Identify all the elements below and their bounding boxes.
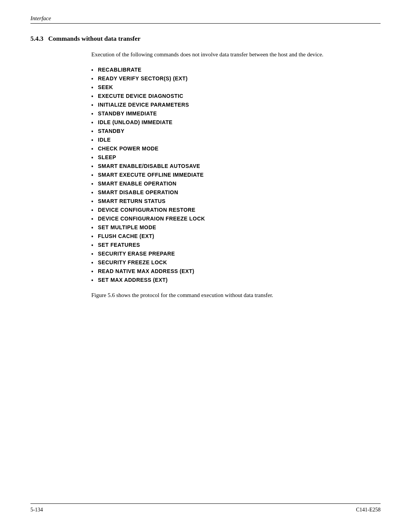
list-item-text: SET FEATURES — [98, 242, 140, 248]
list-item-text: CHECK POWER MODE — [98, 145, 158, 152]
list-item-text: INITIALIZE DEVICE PARAMETERS — [98, 102, 189, 108]
section-heading: Commands without data transfer — [48, 35, 140, 42]
list-item-text: SMART ENABLE OPERATION — [98, 181, 177, 187]
list-item-text: SECURITY ERASE PREPARE — [98, 251, 175, 257]
list-item: DEVICE CONFIGURATION RESTORE — [91, 207, 381, 213]
intro-paragraph: Execution of the following commands does… — [91, 50, 381, 59]
list-item-text: SMART DISABLE OPERATION — [98, 189, 178, 195]
footer-page-number: 5-134 — [30, 507, 43, 513]
header-title: Interface — [30, 15, 51, 22]
list-item: EXECUTE DEVICE DIAGNOSTIC — [91, 93, 381, 99]
figure-caption: Figure 5.6 shows the protocol for the co… — [91, 291, 381, 300]
page-footer: 5-134 C141-E258 — [30, 503, 381, 513]
list-item-text: SET MULTIPLE MODE — [98, 224, 156, 230]
list-item: SMART RETURN STATUS — [91, 198, 381, 204]
list-item-text: EXECUTE DEVICE DIAGNOSTIC — [98, 93, 183, 99]
list-item: SMART DISABLE OPERATION — [91, 189, 381, 196]
page-header: Interface — [30, 15, 381, 24]
list-item: SET MAX ADDRESS (EXT) — [91, 277, 381, 283]
list-item: READ NATIVE MAX ADDRESS (EXT) — [91, 268, 381, 275]
footer-doc-number: C141-E258 — [356, 507, 381, 513]
caption-text: Figure 5.6 shows the protocol for the co… — [91, 292, 273, 298]
list-item-text: SECURITY FREEZE LOCK — [98, 259, 167, 265]
list-item: SEEK — [91, 84, 381, 91]
page-container: Interface 5.4.3 Commands without data tr… — [0, 0, 411, 532]
list-item: FLUSH CACHE (EXT) — [91, 233, 381, 240]
list-item-text: STANDBY — [98, 128, 124, 134]
list-item-text: IDLE (UNLOAD) IMMEDIATE — [98, 119, 172, 125]
list-item-text: SEEK — [98, 84, 113, 90]
list-item: STANDBY — [91, 128, 381, 134]
list-item: IDLE (UNLOAD) IMMEDIATE — [91, 119, 381, 126]
list-item: READY VERIFY SECTOR(S) (EXT) — [91, 75, 381, 82]
list-item-text: DEVICE CONFIGURAION FREEZE LOCK — [98, 216, 205, 222]
list-item-text: SMART RETURN STATUS — [98, 198, 166, 204]
list-item-text: RECABLIBRATE — [98, 67, 141, 73]
commands-list: RECABLIBRATEREADY VERIFY SECTOR(S) (EXT)… — [91, 67, 381, 283]
list-item: SMART ENABLE/DISABLE AUTOSAVE — [91, 163, 381, 169]
list-item: SET FEATURES — [91, 242, 381, 248]
list-item: SLEEP — [91, 154, 381, 161]
list-item: SECURITY FREEZE LOCK — [91, 259, 381, 266]
list-item-text: SLEEP — [98, 154, 116, 160]
list-item: SMART EXECUTE OFFLINE IMMEDIATE — [91, 172, 381, 178]
list-item: STANDBY IMMEDIATE — [91, 110, 381, 117]
list-item-text: IDLE — [98, 137, 111, 143]
list-item: IDLE — [91, 137, 381, 143]
list-item: RECABLIBRATE — [91, 67, 381, 73]
list-item-text: READY VERIFY SECTOR(S) (EXT) — [98, 75, 188, 81]
list-item: INITIALIZE DEVICE PARAMETERS — [91, 102, 381, 108]
intro-text: Execution of the following commands does… — [91, 51, 323, 58]
section-number: 5.4.3 — [30, 35, 43, 42]
list-item-text: SET MAX ADDRESS (EXT) — [98, 277, 167, 283]
list-item-text: FLUSH CACHE (EXT) — [98, 233, 154, 239]
list-item: SET MULTIPLE MODE — [91, 224, 381, 231]
list-item: SMART ENABLE OPERATION — [91, 181, 381, 187]
list-item: DEVICE CONFIGURAION FREEZE LOCK — [91, 216, 381, 222]
list-item-text: STANDBY IMMEDIATE — [98, 110, 157, 117]
list-item-text: READ NATIVE MAX ADDRESS (EXT) — [98, 268, 194, 274]
section-title: 5.4.3 Commands without data transfer — [30, 35, 381, 43]
list-item-text: SMART EXECUTE OFFLINE IMMEDIATE — [98, 172, 204, 178]
list-item-text: SMART ENABLE/DISABLE AUTOSAVE — [98, 163, 200, 169]
list-item: CHECK POWER MODE — [91, 145, 381, 152]
list-item-text: DEVICE CONFIGURATION RESTORE — [98, 207, 195, 213]
list-item: SECURITY ERASE PREPARE — [91, 251, 381, 257]
